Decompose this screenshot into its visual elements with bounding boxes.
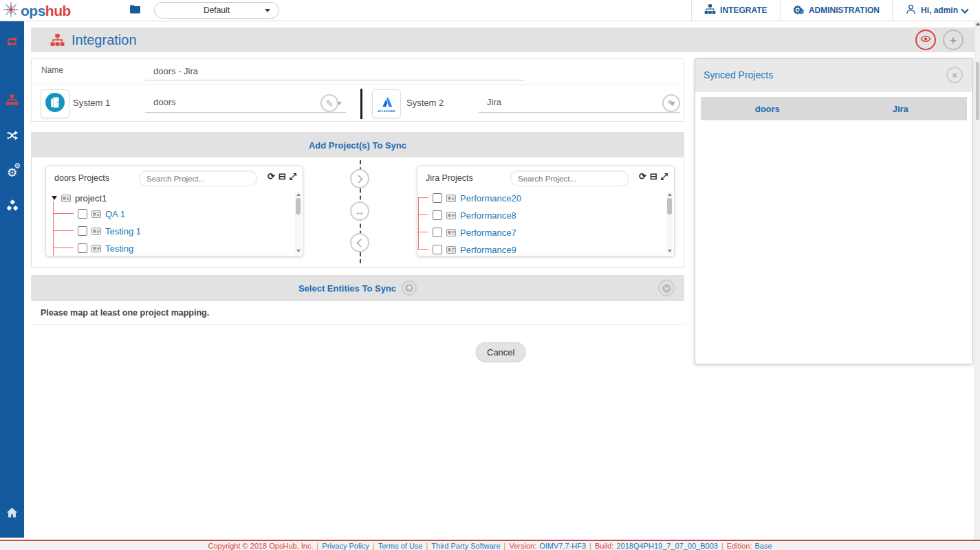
- page-title-bar: Integration +: [31, 28, 974, 52]
- scroll-down-icon[interactable]: [296, 250, 301, 252]
- integrate-sitemap-icon: [704, 4, 716, 16]
- compress-icon[interactable]: ⤢: [661, 172, 668, 181]
- eye-icon: [920, 34, 931, 46]
- user-greeting-label: Hi, admin: [921, 6, 958, 15]
- collapse-all-icon[interactable]: ⊟: [279, 172, 286, 181]
- sidebar-item-integration[interactable]: [0, 91, 24, 111]
- sidebar-item-mappings[interactable]: [0, 127, 24, 146]
- mapping-required-message: Please map at least one project mapping.: [41, 308, 209, 318]
- doors-project-search-input[interactable]: [139, 170, 257, 186]
- chevron-left-icon: [356, 239, 365, 248]
- synced-projects-column-header: doors Jira: [701, 97, 967, 120]
- tree-item-label[interactable]: Testing 1: [105, 226, 141, 236]
- scroll-down-icon[interactable]: [668, 250, 672, 252]
- nav-user-menu[interactable]: Hi, admin: [892, 0, 980, 21]
- refresh-icon[interactable]: ⟳: [268, 172, 275, 181]
- name-label: Name: [41, 65, 63, 75]
- jira-tree-scrollbar[interactable]: [666, 192, 673, 254]
- collapse-all-icon[interactable]: ⊟: [650, 172, 657, 181]
- page-scrollbar[interactable]: [974, 21, 980, 540]
- opshub-logo-text: opshub: [21, 2, 71, 20]
- footer-separator: |: [426, 542, 428, 550]
- tree-item-label[interactable]: Testing: [105, 243, 133, 254]
- jira-project-search-input[interactable]: [510, 170, 629, 186]
- tree-row: Performance20: [417, 190, 667, 206]
- title-actions: +: [915, 30, 974, 50]
- system1-edit-button[interactable]: ✎: [320, 94, 338, 112]
- select-entities-title: Select Entities To Sync: [298, 283, 396, 294]
- footer: Copyright © 2018 OpsHub, Inc. | Privacy …: [0, 540, 980, 550]
- move-right-button[interactable]: [350, 169, 369, 188]
- systems-row: System 1 doors ✎ ATLASSIAN System 2 Jira: [32, 85, 684, 122]
- add-integration-button[interactable]: +: [943, 30, 963, 50]
- tree-item-label[interactable]: QA 1: [105, 209, 125, 219]
- scrollbar-thumb[interactable]: [667, 198, 672, 214]
- tree-item-label[interactable]: Performance20: [460, 193, 521, 204]
- scroll-up-icon[interactable]: [296, 193, 301, 196]
- view-synced-projects-button[interactable]: [915, 30, 936, 50]
- project-checkbox[interactable]: [78, 243, 87, 253]
- integration-name-input[interactable]: [145, 63, 525, 80]
- integration-sitemap-icon: [50, 34, 65, 47]
- pencil-icon: ✎: [668, 98, 675, 109]
- sidebar-item-modules[interactable]: [0, 198, 24, 217]
- page-title: Integration: [72, 32, 137, 48]
- project-checkbox[interactable]: [78, 209, 87, 219]
- close-icon: ×: [952, 71, 957, 80]
- scroll-up-icon[interactable]: [976, 23, 980, 25]
- system2-edit-button[interactable]: ✎: [662, 94, 680, 112]
- system1-select[interactable]: doors: [145, 94, 346, 113]
- sidebar-item-home[interactable]: [0, 504, 24, 523]
- refresh-icon[interactable]: ⟳: [639, 172, 646, 181]
- nav-integrate[interactable]: INTEGRATE: [691, 0, 779, 21]
- project-checkbox[interactable]: [433, 210, 442, 220]
- build-value: 2018Q4PH19_7_07_00_B003: [616, 542, 717, 550]
- cancel-button[interactable]: Cancel: [476, 342, 525, 362]
- close-synced-panel-button[interactable]: ×: [946, 67, 963, 83]
- user-avatar-icon: [905, 3, 917, 17]
- version-label: Version:: [509, 542, 536, 550]
- workspace-folder-icon[interactable]: [129, 4, 141, 17]
- sidebar-item-settings[interactable]: ⚙⚙: [0, 163, 24, 182]
- terms-of-use-link[interactable]: Terms of Use: [378, 542, 423, 550]
- project-checkbox[interactable]: [78, 226, 87, 236]
- synced-projects-title: Synced Projects: [704, 69, 773, 80]
- tree-item-label[interactable]: project1: [75, 193, 107, 204]
- privacy-policy-link[interactable]: Privacy Policy: [322, 542, 369, 550]
- tree-item-label[interactable]: Performance9: [460, 245, 516, 255]
- administration-gears-icon: ⚙⚙: [793, 5, 805, 16]
- doors-panel-header: doors Projects ⟳ ⊟ ⤢: [46, 166, 303, 190]
- scroll-up-icon[interactable]: [668, 193, 672, 196]
- cancel-button-label: Cancel: [487, 347, 514, 358]
- jira-panel-header: Jira Projects ⟳ ⊟ ⤢: [417, 166, 674, 190]
- tree-row: Testing: [46, 240, 296, 256]
- project-checkbox[interactable]: [433, 245, 442, 254]
- jira-panel-tools: ⟳ ⊟ ⤢: [639, 172, 668, 181]
- project-checkbox[interactable]: [433, 228, 442, 237]
- double-arrow-icon: ↔: [355, 206, 365, 217]
- workspace-selector[interactable]: Default: [154, 2, 279, 19]
- tree-row: Performance9: [417, 241, 667, 256]
- circled-plus-icon: +: [405, 284, 413, 292]
- move-left-button[interactable]: [350, 233, 369, 252]
- repeat-arrows-icon: [5, 35, 19, 51]
- collapse-section-button[interactable]: [658, 280, 675, 296]
- add-entity-mapping-button[interactable]: +: [402, 280, 417, 296]
- sidebar-item-resync[interactable]: [0, 33, 24, 52]
- tree-row: Performance8: [417, 207, 667, 223]
- tree-item-label[interactable]: Performance8: [460, 210, 516, 221]
- scrollbar-thumb[interactable]: [976, 62, 979, 120]
- project-checkbox[interactable]: [433, 193, 442, 203]
- chevron-right-icon: [354, 175, 363, 184]
- tree-item-label[interactable]: Performance7: [460, 228, 516, 238]
- map-both-button[interactable]: ↔: [350, 201, 369, 221]
- doors-panel-tools: ⟳ ⊟ ⤢: [268, 172, 296, 181]
- compress-icon[interactable]: ⤢: [290, 172, 296, 181]
- add-projects-title: Add Project(s) To Sync: [309, 140, 406, 151]
- third-party-software-link[interactable]: Third Party Software: [431, 542, 500, 550]
- doors-tree-scrollbar[interactable]: [295, 192, 301, 254]
- scrollbar-thumb[interactable]: [296, 198, 301, 214]
- system2-select[interactable]: Jira: [479, 94, 679, 113]
- opshub-logo: opshub: [3, 1, 71, 21]
- nav-administration[interactable]: ⚙⚙ ADMINISTRATION: [780, 0, 892, 21]
